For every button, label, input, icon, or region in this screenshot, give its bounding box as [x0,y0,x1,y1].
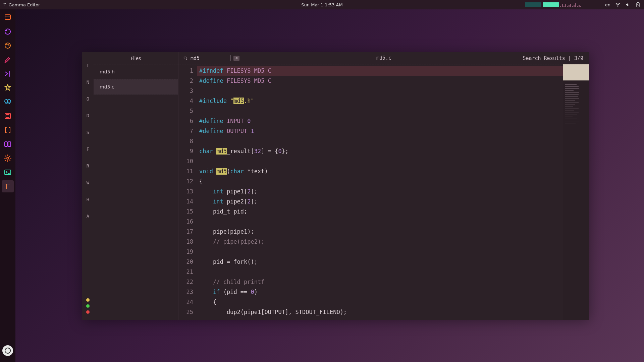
svg-point-10 [7,157,9,159]
application-dock [0,9,15,362]
line-gutter: 1234567891011121314151617181920212223242… [178,64,197,320]
dock-app-firefox[interactable] [2,40,14,52]
mode-letter-H[interactable]: H [87,191,89,208]
status-dot-red[interactable] [86,310,90,314]
dock-app-files[interactable] [2,11,14,23]
code-area[interactable]: 1234567891011121314151617181920212223242… [178,64,589,320]
dock-app-vscode[interactable] [2,68,14,80]
file-row[interactable]: md5.h [94,64,178,79]
svg-rect-2 [638,2,639,3]
system-topbar: Γ Gamma Editor Sun Mar 1 1:53 AM en [0,0,644,9]
status-dot-green[interactable] [86,304,90,308]
keyboard-lang[interactable]: en [605,2,610,7]
svg-point-13 [184,57,186,59]
dock-app-filezilla[interactable] [2,110,14,122]
svg-rect-8 [5,142,7,146]
mode-letter-R[interactable]: R [87,158,89,174]
mode-letter-O[interactable]: O [87,90,89,107]
active-filename[interactable]: md5.c [376,55,391,61]
search-box[interactable]: ⌫ [178,55,259,61]
dock-app-edit[interactable] [2,54,14,66]
editor-tabbar: ⌫ md5.c Search Results | 3/9 [178,52,589,64]
svg-rect-11 [5,170,11,175]
volume-icon[interactable] [625,2,631,7]
status-dot-yellow[interactable] [86,298,90,302]
app-title: Gamma Editor [9,2,40,7]
code-text[interactable]: #ifndef FILESYS_MD5_C#define FILESYS_MD5… [197,64,589,320]
mode-letter-S[interactable]: S [87,124,89,141]
search-results-count: Search Results | 3/9 [523,55,589,61]
mode-letter-D[interactable]: D [87,107,89,124]
dock-app-refresh[interactable] [2,25,14,38]
mode-letter-N[interactable]: N [87,74,89,90]
dock-app-terminal[interactable] [2,166,14,178]
dock-app-settings[interactable] [2,152,14,164]
search-input[interactable] [191,55,231,61]
mode-letter-Γ[interactable]: Γ [87,57,89,74]
svg-point-0 [618,6,618,6]
dock-app-gamma[interactable] [2,180,14,192]
wifi-icon[interactable] [615,2,621,7]
dock-app-build[interactable] [2,82,14,94]
minimap-viewport[interactable] [563,64,589,80]
resource-monitor[interactable] [525,2,600,7]
mode-letter-A[interactable]: A [87,208,89,225]
svg-rect-9 [8,142,11,146]
minimap[interactable] [563,64,589,320]
files-pane-header: Files [94,52,178,64]
clock[interactable]: Sun Mar 1 1:53 AM [301,2,342,7]
dock-app-brackets[interactable] [2,124,14,136]
dock-app-panels[interactable] [2,138,14,150]
file-row[interactable]: md5.c [94,79,178,95]
editor-window: ΓNODSFRWHA Files md5.hmd5.c ⌫ md5.c Sear… [82,52,589,320]
dock-app-launcher[interactable] [2,345,13,356]
clear-search-icon[interactable]: ⌫ [233,56,239,61]
battery-icon[interactable] [635,2,641,7]
mode-letter-W[interactable]: W [87,174,89,191]
svg-point-4 [5,43,10,48]
mode-letter-F[interactable]: F [87,141,89,158]
search-icon [183,56,188,61]
files-pane: Files md5.hmd5.c [94,52,178,320]
editor-main: ⌫ md5.c Search Results | 3/9 12345678910… [178,52,589,320]
mode-strip: ΓNODSFRWHA [82,52,94,320]
svg-rect-3 [5,15,10,19]
dock-app-audio[interactable] [2,96,14,108]
gamma-icon: Γ [3,2,6,7]
